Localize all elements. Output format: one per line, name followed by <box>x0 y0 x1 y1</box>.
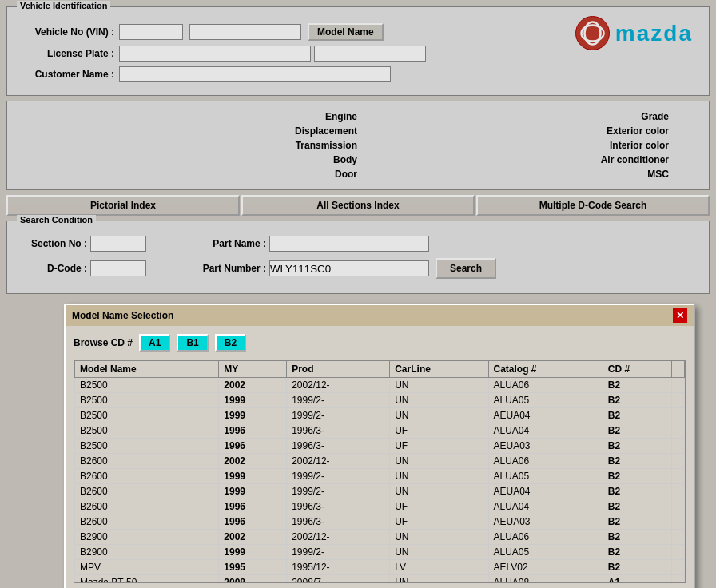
model-name-selection-modal: Model Name Selection ✕ Browse CD # A1 B1… <box>64 304 695 305</box>
modal-overlay: Model Name Selection ✕ Browse CD # A1 B1… <box>0 0 716 305</box>
